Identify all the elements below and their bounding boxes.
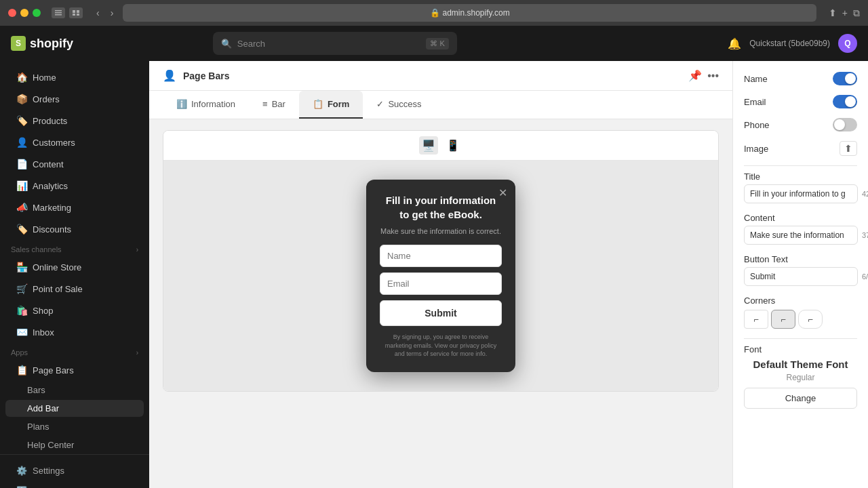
- sidebar-label-discounts: Discounts: [33, 224, 71, 235]
- apps-section: Apps ›: [0, 343, 149, 359]
- pin-button[interactable]: 📌: [688, 69, 702, 82]
- panel-title-count: 42/100: [862, 190, 868, 198]
- panel-font-label: Font: [744, 344, 857, 354]
- sidebar-label-bars: Bars: [27, 385, 45, 395]
- sidebar-sub-item-help-center[interactable]: Help Center: [5, 436, 144, 453]
- sidebar-item-orders[interactable]: 📦 Orders: [5, 89, 144, 109]
- url-text: admin.shopify.com: [443, 8, 510, 18]
- sidebar-item-online-store[interactable]: 🏪 Online Store: [5, 257, 144, 277]
- tab-bar[interactable]: ≡ Bar: [249, 91, 299, 119]
- sidebar-sub-item-bars[interactable]: Bars: [5, 382, 144, 399]
- panel-field-title: Title 42/100: [744, 171, 857, 203]
- phone-toggle[interactable]: [833, 118, 857, 131]
- avatar[interactable]: Q: [838, 34, 857, 53]
- panel-field-email: Email: [744, 95, 857, 108]
- tabs-row: ℹ️ Information ≡ Bar 📋 Form ✓ Success: [149, 91, 732, 119]
- corner-sharp-button[interactable]: ⌐: [744, 310, 768, 329]
- sales-channels-section: Sales channels ›: [0, 240, 149, 256]
- sidebar-item-marketing[interactable]: 📣 Marketing: [5, 197, 144, 218]
- sidebar-item-discounts[interactable]: 🏷️ Discounts: [5, 219, 144, 239]
- change-font-button[interactable]: Change: [744, 388, 857, 409]
- more-options-button[interactable]: •••: [707, 69, 719, 82]
- corner-slight-button[interactable]: ⌐: [771, 310, 795, 329]
- name-toggle[interactable]: [833, 72, 857, 85]
- sidebar: 🏠 Home 📦 Orders 🏷️ Products 👤 Customers …: [0, 61, 149, 488]
- new-tab-button[interactable]: +: [842, 7, 848, 19]
- maximize-button[interactable]: [33, 9, 41, 17]
- sidebar-toggle[interactable]: [52, 7, 65, 18]
- sidebar-sub-item-add-bar[interactable]: Add Bar: [5, 400, 144, 417]
- sidebar-item-non-transferable[interactable]: ℹ️ Non-transferable: [5, 481, 144, 488]
- products-icon: 🏷️: [16, 115, 27, 126]
- panel-field-image: Image ⬆: [744, 141, 857, 156]
- sidebar-item-point-of-sale[interactable]: 🛒 Point of Sale: [5, 279, 144, 299]
- modal-submit-button[interactable]: Submit: [380, 300, 502, 326]
- tab-success[interactable]: ✓ Success: [363, 91, 435, 119]
- panel-name-label: Name: [744, 74, 768, 84]
- email-toggle[interactable]: [833, 95, 857, 108]
- sales-channels-expand-icon[interactable]: ›: [136, 246, 138, 253]
- sidebar-label-home: Home: [33, 73, 56, 83]
- sidebar-sub-item-plans[interactable]: Plans: [5, 418, 144, 435]
- canvas-toolbar: 🖥️ 📱: [163, 131, 718, 161]
- panel-content-input[interactable]: [744, 226, 858, 245]
- split-view-button[interactable]: ⧉: [853, 7, 860, 19]
- page-header: 👤 Page Bars 📌 •••: [149, 61, 732, 91]
- sidebar-label-help-center: Help Center: [27, 440, 74, 450]
- modal-subtitle: Make sure the information is correct.: [380, 227, 502, 235]
- tab-information[interactable]: ℹ️ Information: [163, 91, 249, 119]
- panel-content-input-row: 37/100: [744, 226, 857, 245]
- svg-rect-1: [55, 12, 62, 14]
- panel-button-text-input[interactable]: [744, 267, 858, 286]
- success-tab-icon: ✓: [376, 99, 384, 109]
- online-store-icon: 🏪: [16, 262, 27, 272]
- panel-phone-label: Phone: [744, 120, 770, 130]
- panel-divider-2: [744, 338, 857, 339]
- forward-button[interactable]: ›: [106, 6, 118, 20]
- sidebar-item-analytics[interactable]: 📊 Analytics: [5, 176, 144, 196]
- minimize-button[interactable]: [20, 9, 28, 17]
- modal-name-input[interactable]: [380, 245, 502, 267]
- sales-channels-label: Sales channels: [11, 245, 62, 253]
- sidebar-item-customers[interactable]: 👤 Customers: [5, 132, 144, 152]
- view-toggle[interactable]: [69, 7, 83, 18]
- panel-title-input[interactable]: [744, 184, 858, 203]
- sidebar-item-inbox[interactable]: ✉️ Inbox: [5, 322, 144, 342]
- sidebar-label-content: Content: [33, 159, 64, 169]
- canvas-body: ✕ Fill in your information to get the eB…: [163, 161, 718, 391]
- modal-title: Fill in your information to get the eBoo…: [380, 193, 502, 222]
- sidebar-item-products[interactable]: 🏷️ Products: [5, 110, 144, 131]
- tab-label-bar: Bar: [272, 99, 285, 109]
- desktop-view-button[interactable]: 🖥️: [419, 136, 438, 155]
- notification-button[interactable]: 🔔: [728, 37, 741, 50]
- sidebar-label-inbox: Inbox: [33, 327, 54, 338]
- share-button[interactable]: ⬆: [829, 7, 837, 19]
- apps-expand-icon[interactable]: ›: [136, 349, 138, 357]
- modal-email-input[interactable]: [380, 272, 502, 295]
- mobile-view-button[interactable]: 📱: [443, 136, 462, 155]
- image-upload-button[interactable]: ⬆: [840, 141, 857, 156]
- search-bar[interactable]: 🔍 Search ⌘ K: [213, 32, 457, 55]
- panel-title-input-row: 42/100: [744, 184, 857, 203]
- settings-label: Settings: [33, 466, 64, 476]
- sidebar-label-orders: Orders: [33, 94, 60, 104]
- sidebar-item-shop[interactable]: 🛍️ Shop: [5, 300, 144, 321]
- tab-form[interactable]: 📋 Form: [299, 91, 363, 119]
- panel-field-content: Content 37/100: [744, 213, 857, 245]
- sidebar-item-page-bars[interactable]: 📋 Page Bars: [5, 360, 144, 380]
- sidebar-label-analytics: Analytics: [33, 181, 68, 191]
- url-bar[interactable]: 🔒 admin.shopify.com: [123, 4, 816, 22]
- sidebar-item-content[interactable]: 📄 Content: [5, 154, 144, 174]
- sidebar-label-shop: Shop: [33, 306, 53, 316]
- sidebar-item-settings[interactable]: ⚙️ Settings: [5, 461, 144, 481]
- close-button[interactable]: [8, 9, 16, 17]
- svg-rect-3: [73, 10, 75, 13]
- corner-round-button[interactable]: ⌐: [798, 310, 823, 329]
- modal-close-button[interactable]: ✕: [498, 186, 507, 199]
- sidebar-item-home[interactable]: 🏠 Home: [5, 67, 144, 87]
- tab-label-success: Success: [388, 99, 421, 109]
- back-button[interactable]: ‹: [92, 6, 104, 20]
- panel-field-name: Name: [744, 72, 857, 85]
- quickstart-button[interactable]: Quickstart (5bde09b9): [749, 39, 830, 48]
- bar-tab-icon: ≡: [262, 99, 268, 109]
